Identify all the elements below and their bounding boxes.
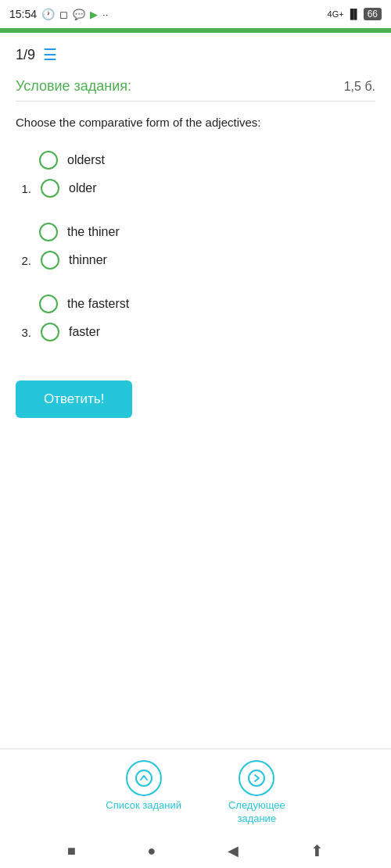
bottom-nav: Список заданий Следующеезадание ■ ● ◀ ⬆ (0, 748, 391, 868)
time-display: 15:54 (9, 8, 37, 20)
status-left: 15:54 🕐 ◻ 💬 ▶ ·· (9, 8, 108, 20)
task-points: 1,5 б. (344, 80, 375, 94)
option-label-q3-a: the fasterst (67, 297, 129, 311)
message-icon: 💬 (73, 9, 85, 20)
status-bar: 15:54 🕐 ◻ 💬 ▶ ·· 4G+ ▐▌ 66 (0, 0, 391, 28)
status-right: 4G+ ▐▌ 66 (328, 8, 382, 20)
radio-q1-b[interactable] (41, 179, 59, 198)
task-list-button[interactable]: Список заданий (106, 760, 181, 813)
clock-icon: 🕐 (41, 8, 55, 20)
question-text: Choose the comparative form of the adjec… (16, 114, 375, 130)
option-row-numbered: 3. faster (16, 318, 375, 346)
main-content: 1/9 ☰ Условие задания: 1,5 б. Choose the… (0, 33, 391, 430)
back-icon[interactable]: ◀ (228, 842, 239, 859)
radio-q3-a[interactable] (39, 295, 58, 313)
stop-icon[interactable]: ■ (67, 843, 76, 859)
radio-q3-b[interactable] (41, 323, 59, 341)
play-icon: ▶ (90, 9, 98, 20)
next-task-button[interactable]: Следующеезадание (228, 760, 285, 826)
accessibility-icon[interactable]: ⬆ (310, 841, 324, 860)
question-number-1: 1. (16, 182, 31, 195)
task-condition-row: Условие задания: 1,5 б. (16, 78, 375, 102)
svg-point-1 (249, 770, 264, 786)
option-label-q2-a: the thiner (67, 225, 120, 239)
battery-indicator: 66 (364, 8, 382, 20)
task-list-label: Список заданий (106, 799, 181, 813)
option-label-q2-b: thinner (69, 253, 107, 267)
signal-label: 4G+ (328, 9, 344, 19)
progress-row: 1/9 ☰ (16, 45, 375, 64)
question-number-2: 2. (16, 254, 31, 267)
option-row: the fasterst (16, 290, 375, 318)
option-label-q1-b: older (69, 181, 97, 195)
option-row: olderst (16, 146, 375, 174)
question-number-3: 3. (16, 326, 31, 339)
question-group-3: the fasterst 3. faster (16, 290, 375, 346)
option-label-q3-b: faster (69, 325, 100, 339)
list-icon[interactable]: ☰ (43, 45, 57, 64)
radio-q2-b[interactable] (41, 251, 59, 270)
next-task-label: Следующеезадание (228, 799, 285, 826)
signal-bars-icon: ▐▌ (347, 9, 361, 20)
next-task-icon (239, 760, 274, 796)
option-label-q1-a: olderst (67, 153, 105, 167)
svg-point-0 (136, 770, 152, 786)
dots-icon: ·· (102, 9, 108, 20)
radio-q2-a[interactable] (39, 223, 58, 241)
question-group-1: olderst 1. older (16, 146, 375, 202)
answer-button[interactable]: Ответить! (16, 380, 132, 418)
option-row-numbered: 1. older (16, 174, 375, 202)
bottom-actions: Список заданий Следующеезадание (0, 749, 391, 834)
option-row: the thiner (16, 218, 375, 246)
task-list-icon (126, 760, 162, 796)
question-group-2: the thiner 2. thinner (16, 218, 375, 274)
system-bar: ■ ● ◀ ⬆ (0, 834, 391, 868)
progress-text: 1/9 (16, 47, 35, 63)
radio-q1-a[interactable] (39, 151, 58, 170)
home-icon[interactable]: ● (148, 843, 156, 859)
condition-label: Условие задания: (16, 78, 131, 95)
option-row-numbered: 2. thinner (16, 246, 375, 274)
notification-icon: ◻ (59, 9, 68, 20)
